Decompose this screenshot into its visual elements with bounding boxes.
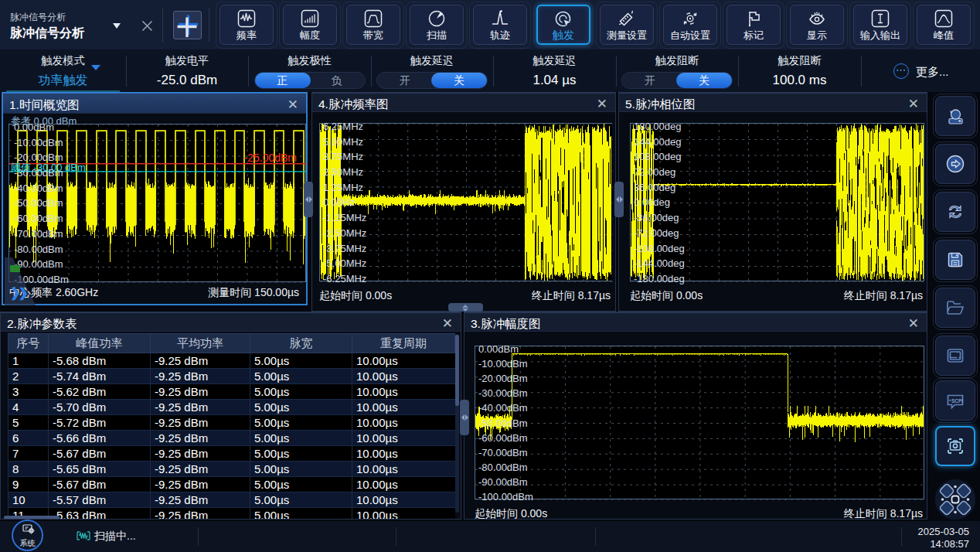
svg-text:SCPI: SCPI [951, 398, 963, 404]
